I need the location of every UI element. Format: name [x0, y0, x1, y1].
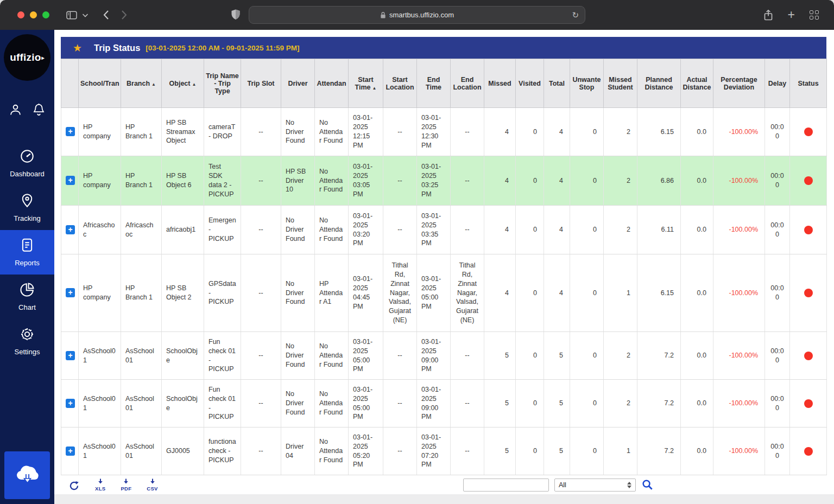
column-header-school-tran[interactable]: School/Tran▲ [79, 59, 121, 108]
cell: 03-01-2025 04:45 PM [349, 254, 383, 332]
cell: 0 [516, 332, 544, 380]
column-header-end-time[interactable]: End Time [417, 59, 451, 108]
status-cell [790, 380, 827, 428]
cell: No Driver Found [281, 254, 315, 332]
cell: 0 [516, 380, 544, 428]
cell: HP Attendar A1 [315, 254, 349, 332]
cell: -100.00% [713, 156, 765, 206]
expand-row-button[interactable]: + [66, 127, 75, 136]
column-header-unwante-stop[interactable]: Unwante Stop [570, 59, 604, 108]
minimize-window-button[interactable] [30, 11, 37, 18]
column-header-visited[interactable]: Visited [516, 59, 544, 108]
back-button[interactable] [103, 10, 109, 20]
column-header-object[interactable]: Object▲ [162, 59, 204, 108]
column-header-planned-distance[interactable]: Planned Distance [637, 59, 681, 108]
expand-row-button[interactable]: + [66, 399, 75, 408]
cell: -- [383, 108, 417, 156]
sidebar-item-reports[interactable]: Reports [0, 230, 54, 275]
column-header-total[interactable]: Total [544, 59, 570, 108]
cell: -100.00% [713, 332, 765, 380]
trip-status-table: School/Tran▲Branch▲Object▲Trip Name - Tr… [61, 59, 827, 475]
column-header-driver[interactable]: Driver [281, 59, 315, 108]
column-header-start-time[interactable]: Start Time▲ [349, 59, 383, 108]
status-dot-red [804, 176, 813, 185]
column-header-attendan[interactable]: Attendan [315, 59, 349, 108]
reload-icon[interactable]: ↻ [572, 10, 579, 20]
column-header-missed[interactable]: Missed [484, 59, 516, 108]
tab-overview-icon[interactable] [810, 10, 819, 20]
column-header-trip-slot[interactable]: Trip Slot [241, 59, 281, 108]
expand-cell: + [61, 254, 79, 332]
filter-select[interactable]: All [554, 479, 636, 492]
cell: Africaschoc [79, 206, 121, 254]
sidebar-item-tracking[interactable]: Tracking [0, 186, 54, 230]
cell: 0 [570, 332, 604, 380]
close-window-button[interactable] [17, 11, 24, 18]
expand-cell: + [61, 206, 79, 254]
trip-status-table-wrap: School/Tran▲Branch▲Object▲Trip Name - Tr… [61, 59, 826, 475]
expand-row-button[interactable]: + [66, 288, 75, 297]
column-header-branch[interactable]: Branch▲ [121, 59, 162, 108]
column-header-missed-student[interactable]: Missed Student [604, 59, 637, 108]
column-header-trip-name-trip-type[interactable]: Trip Name - Trip Type [204, 59, 241, 108]
share-icon[interactable] [763, 9, 773, 21]
sidebar-toggle-icon[interactable] [66, 10, 78, 20]
status-dot-red [804, 127, 813, 136]
expand-row-button[interactable]: + [66, 225, 75, 234]
cell: -- [451, 428, 484, 475]
column-header-actual-distance[interactable]: Actual Distance [681, 59, 713, 108]
export-csv-button[interactable]: CSV [147, 478, 157, 492]
column-header-status[interactable]: Status [790, 59, 827, 108]
cell: -- [241, 206, 281, 254]
address-bar[interactable]: smartbus.uffizio.com ↻ [249, 6, 585, 24]
chevron-down-icon[interactable] [82, 13, 89, 17]
export-xls-button[interactable]: XLS [95, 478, 105, 492]
expand-row-button[interactable]: + [66, 176, 75, 185]
page-title: Trip Status [94, 43, 140, 53]
download-report-button[interactable] [4, 451, 50, 499]
cell: 03-01-2025 12:30 PM [417, 108, 451, 156]
browser-chrome: smartbus.uffizio.com ↻ + [0, 0, 834, 30]
user-icon[interactable] [8, 103, 23, 119]
search-input[interactable] [463, 479, 549, 492]
cell: 6.86 [637, 156, 681, 206]
export-pdf-button[interactable]: PDF [121, 478, 131, 492]
table-row: +HP companyHP Branch 1HP SB Object 6Test… [61, 156, 827, 206]
url-text: smartbus.uffizio.com [389, 11, 454, 19]
column-header-delay[interactable]: Delay [765, 59, 790, 108]
new-tab-button[interactable]: + [788, 9, 795, 21]
column-header-start-location[interactable]: Start Location [383, 59, 417, 108]
cell: 0 [570, 380, 604, 428]
cell: 0 [570, 156, 604, 206]
expand-row-button[interactable]: + [66, 351, 75, 360]
column-header-end-location[interactable]: End Location [451, 59, 484, 108]
cell: 7.2 [637, 428, 681, 475]
column-header-percentage-deviation[interactable]: Percentage Deviation [713, 59, 765, 108]
sidebar-item-chart[interactable]: Chart [0, 275, 54, 319]
cell: HP SB Driver 10 [281, 156, 315, 206]
cell: 2 [604, 332, 637, 380]
sort-asc-icon: ▲ [151, 82, 156, 87]
cell: 5 [484, 428, 516, 475]
search-button[interactable] [641, 479, 654, 491]
expand-row-button[interactable]: + [66, 446, 75, 456]
cell: No Attendar Found [315, 156, 349, 206]
forward-button[interactable] [121, 10, 128, 20]
sidebar-item-dashboard[interactable]: Dashboard [0, 141, 54, 186]
cell: -- [451, 380, 484, 428]
cell: 03-01-2025 05:00 PM [417, 254, 451, 332]
zoom-window-button[interactable] [42, 11, 49, 18]
cell: 0 [570, 254, 604, 332]
pie-chart-icon [19, 282, 35, 300]
privacy-shield-icon[interactable] [231, 9, 241, 21]
cell: 0 [570, 428, 604, 475]
cell: 4 [544, 206, 570, 254]
refresh-button[interactable] [68, 480, 80, 492]
download-arrow-icon [97, 478, 104, 486]
bell-icon[interactable] [31, 103, 46, 119]
sidebar-item-settings[interactable]: Settings [0, 319, 54, 363]
cell: No Driver Found [281, 108, 315, 156]
favorite-star-icon[interactable]: ★ [73, 42, 82, 54]
lock-icon [380, 11, 386, 19]
status-cell [790, 108, 827, 156]
